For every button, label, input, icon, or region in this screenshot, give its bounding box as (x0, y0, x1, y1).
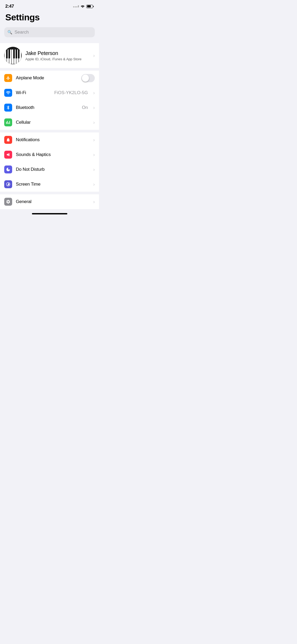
page-title-area: Settings (0, 10, 99, 25)
cellular-label: Cellular (16, 120, 89, 125)
sounds-haptics-row[interactable]: Sounds & Haptics › (0, 147, 99, 162)
wifi-chevron: › (93, 90, 95, 96)
profile-row[interactable]: Jake Peterson Apple ID, iCloud, iTunes &… (0, 43, 99, 68)
sounds-haptics-chevron: › (93, 152, 95, 158)
bluetooth-label: Bluetooth (16, 105, 78, 110)
do-not-disturb-chevron: › (93, 167, 95, 172)
profile-group: Jake Peterson Apple ID, iCloud, iTunes &… (0, 43, 99, 68)
airplane-mode-label: Airplane Mode (16, 75, 78, 81)
bluetooth-row[interactable]: Bluetooth On › (0, 100, 99, 115)
section-divider-3 (0, 130, 99, 132)
section-divider-4 (0, 192, 99, 194)
general-label: General (16, 199, 89, 204)
network-settings-group: Airplane Mode Wi-Fi FiOS-YK2LO-5G › Blue… (0, 71, 99, 130)
battery-icon (86, 5, 94, 8)
status-bar: 2:47 (0, 0, 99, 10)
notifications-chevron: › (93, 137, 95, 143)
airplane-mode-icon (4, 74, 12, 82)
profile-name: Jake Peterson (25, 50, 89, 56)
status-icons (73, 4, 94, 8)
home-bar (32, 213, 67, 214)
profile-subtitle: Apple ID, iCloud, iTunes & App Store (25, 57, 89, 61)
do-not-disturb-icon (4, 165, 12, 173)
svg-rect-9 (8, 49, 10, 58)
screen-time-row[interactable]: Screen Time › (0, 177, 99, 192)
wifi-value: FiOS-YK2LO-5G (54, 90, 88, 95)
notifications-icon (4, 136, 12, 144)
section-divider-2 (0, 68, 99, 71)
notifications-row[interactable]: Notifications › (0, 132, 99, 147)
svg-rect-11 (16, 49, 17, 58)
system-settings-group: Notifications › Sounds & Haptics › Do No… (0, 132, 99, 192)
status-time: 2:47 (5, 4, 14, 9)
general-row[interactable]: General › (0, 194, 99, 209)
notifications-label: Notifications (16, 137, 89, 142)
bluetooth-chevron: › (93, 105, 95, 111)
home-indicator (0, 209, 99, 218)
screen-time-label: Screen Time (16, 182, 89, 187)
svg-rect-10 (13, 49, 15, 58)
cellular-chevron: › (93, 120, 95, 125)
screen-time-icon (4, 180, 12, 188)
bluetooth-icon (4, 104, 12, 112)
do-not-disturb-row[interactable]: Do Not Disturb › (0, 162, 99, 177)
search-container: 🔍 Search (0, 25, 99, 40)
wifi-label: Wi-Fi (16, 90, 50, 95)
wifi-row[interactable]: Wi-Fi FiOS-YK2LO-5G › (0, 85, 99, 100)
bluetooth-value: On (82, 105, 88, 110)
avatar (4, 47, 22, 64)
cellular-icon (4, 118, 12, 126)
screen-time-chevron: › (93, 182, 95, 187)
section-divider-1 (0, 40, 99, 43)
profile-chevron: › (93, 53, 95, 58)
sounds-haptics-icon (4, 151, 12, 159)
svg-rect-12 (18, 49, 20, 58)
toggle-knob (82, 75, 89, 82)
cellular-row[interactable]: Cellular › (0, 115, 99, 130)
sounds-haptics-label: Sounds & Haptics (16, 152, 89, 157)
do-not-disturb-label: Do Not Disturb (16, 167, 89, 172)
wifi-status-icon (81, 4, 85, 8)
search-icon: 🔍 (7, 30, 12, 35)
airplane-mode-row[interactable]: Airplane Mode (0, 71, 99, 85)
profile-info: Jake Peterson Apple ID, iCloud, iTunes &… (25, 50, 89, 61)
search-bar[interactable]: 🔍 Search (4, 27, 95, 37)
general-chevron: › (93, 199, 95, 205)
svg-rect-8 (6, 49, 8, 58)
wifi-icon (4, 89, 12, 97)
page-title: Settings (5, 12, 94, 22)
airplane-mode-toggle[interactable] (81, 74, 95, 82)
general-settings-group: General › (0, 194, 99, 209)
general-icon (4, 198, 12, 206)
signal-icon (73, 5, 79, 7)
search-placeholder: Search (15, 30, 29, 35)
